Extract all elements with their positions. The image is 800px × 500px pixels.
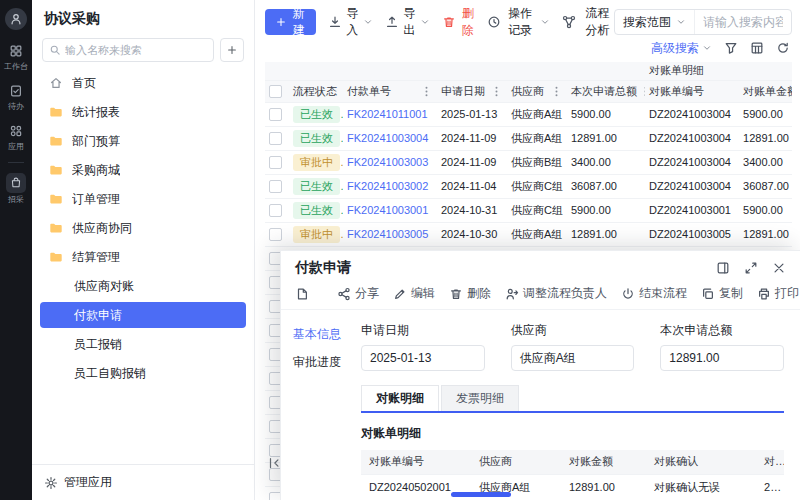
statement-row[interactable]: DZ20240502001供应商A组12891.00对账确认无误2025-01-…: [361, 474, 784, 500]
field-value[interactable]: 2025-01-13: [361, 345, 485, 371]
search-scope-select[interactable]: 搜索范围: [615, 10, 695, 34]
table-row[interactable]: 已生效FK202410030022024-11-04供应商C组36087.00D…: [265, 174, 792, 198]
sidebar-search-input[interactable]: [65, 44, 207, 56]
apps-icon: [7, 122, 25, 140]
action-label: 复制: [719, 285, 743, 302]
adjust-owner-action[interactable]: 调整流程负责人: [505, 285, 607, 302]
tab-invoice-detail[interactable]: 发票明细: [441, 385, 519, 411]
close-icon[interactable]: [772, 261, 786, 275]
payment-no-link[interactable]: FK20241003004: [347, 132, 428, 144]
sidebar-item-home[interactable]: 首页: [40, 70, 246, 96]
import-button[interactable]: 导入: [328, 5, 373, 39]
refresh-icon[interactable]: [776, 41, 790, 55]
sidebar-item-payment-request[interactable]: 付款申请: [40, 302, 246, 328]
table-row[interactable]: 审批中FK202410030052024-10-30供应商A组12891.00D…: [265, 222, 792, 246]
rail-item-sourcing[interactable]: 招采: [0, 173, 32, 500]
table-row[interactable]: 已生效FK202410030042024-11-09供应商A组12891.00D…: [265, 126, 792, 150]
sidebar-item-stats-reports[interactable]: 统计报表: [40, 99, 246, 125]
rail-item-label: 应用: [8, 142, 24, 152]
column-settings-icon[interactable]: [750, 41, 764, 55]
doc-icon[interactable]: [295, 287, 309, 301]
collapse-pager-icon[interactable]: [267, 456, 281, 470]
side-tab-approval-progress[interactable]: 审批进度: [281, 348, 353, 376]
tab-statement-detail[interactable]: 对账明细: [361, 385, 439, 411]
filter-icon[interactable]: [724, 41, 738, 55]
table-row[interactable]: 已生效FK202410030012024-10-31供应商C组5900.00DZ…: [265, 198, 792, 222]
cell: DZ20241003004: [645, 174, 739, 198]
payment-no-link[interactable]: FK20241003002: [347, 180, 428, 192]
sidebar-item-order-mgmt[interactable]: 订单管理: [40, 186, 246, 212]
search-input[interactable]: [695, 15, 791, 29]
rail-item-todo[interactable]: 待办: [7, 82, 25, 112]
column-menu-icon[interactable]: [639, 85, 645, 98]
sidebar-item-label: 首页: [72, 75, 96, 92]
rail-item-apps[interactable]: 应用: [7, 122, 25, 152]
field-value[interactable]: 12891.00: [660, 345, 784, 371]
cell: 供应商A组: [507, 126, 567, 150]
end-flow-action[interactable]: 结束流程: [621, 285, 687, 302]
column-menu-icon[interactable]: [550, 85, 563, 98]
row-checkbox[interactable]: [269, 204, 282, 217]
cell: [265, 102, 289, 126]
row-checkbox[interactable]: [269, 156, 282, 169]
delete-button[interactable]: 删除: [442, 5, 475, 39]
payment-no-link[interactable]: FK20241003005: [347, 228, 428, 240]
print-action[interactable]: 打印: [757, 285, 799, 302]
sidebar-item-supplier-collab[interactable]: 供应商协同: [40, 215, 246, 241]
column-menu-icon[interactable]: [490, 85, 503, 98]
todo-icon: [7, 82, 25, 100]
cell: [265, 126, 289, 150]
select-all-checkbox[interactable]: [269, 85, 282, 98]
sidebar-item-employee-reimburse[interactable]: 员工报销: [40, 331, 246, 357]
cell: 已生效: [289, 174, 343, 198]
user-avatar[interactable]: [5, 8, 27, 30]
table-row[interactable]: 已生效FK202410110012025-01-13供应商A组5900.00DZ…: [265, 102, 792, 126]
add-menu-button[interactable]: [220, 38, 244, 62]
manage-apps-label: 管理应用: [64, 474, 112, 491]
cell: 3400.00: [567, 150, 645, 174]
column-header: 对账单编号: [361, 450, 471, 474]
row-checkbox[interactable]: [269, 180, 282, 193]
sidebar-item-dept-budget[interactable]: 部门预算: [40, 128, 246, 154]
payment-no-link[interactable]: FK20241003001: [347, 204, 428, 216]
advanced-search-link[interactable]: 高级搜索: [651, 40, 712, 57]
cell: 12891.00: [567, 126, 645, 150]
sidebar-item-purchase-mall[interactable]: 采购商城: [40, 157, 246, 183]
export-button[interactable]: 导出: [385, 5, 430, 39]
column-menu-icon[interactable]: [339, 85, 343, 98]
sidebar-search[interactable]: [42, 38, 214, 62]
sidebar-item-supplier-statement[interactable]: 供应商对账: [40, 273, 246, 299]
row-checkbox[interactable]: [269, 132, 282, 145]
table-subbar: 高级搜索: [265, 36, 792, 60]
create-button[interactable]: 新建: [265, 9, 316, 35]
status-badge: 审批中: [293, 154, 340, 171]
sidebar-item-settlement-mgmt[interactable]: 结算管理: [40, 244, 246, 270]
table-row[interactable]: 审批中FK202410030032024-11-09供应商B组3400.00DZ…: [265, 150, 792, 174]
rail-item-workbench[interactable]: 工作台: [4, 42, 28, 72]
horizontal-scrollbar[interactable]: [451, 492, 511, 497]
cell: DZ20241003004: [645, 102, 739, 126]
payment-no-link[interactable]: FK20241003003: [347, 156, 428, 168]
side-tab-basic-info[interactable]: 基本信息: [281, 320, 353, 348]
sidebar-item-label: 统计报表: [72, 104, 120, 121]
home-icon: [48, 75, 64, 91]
row-checkbox[interactable]: [269, 108, 282, 121]
manage-apps-button[interactable]: 管理应用: [32, 464, 254, 500]
sidebar-item-employee-self-reimburse[interactable]: 员工自购报销: [40, 360, 246, 386]
detail-side-tabs: 基本信息审批进度: [281, 310, 353, 500]
share-action[interactable]: 分享: [337, 285, 379, 302]
edit-action[interactable]: 编辑: [393, 285, 435, 302]
payment-no-link[interactable]: FK20241011001: [347, 108, 428, 120]
toolbar: 新建导入导出删除操作记录流程分析 搜索范围: [265, 8, 792, 36]
row-checkbox[interactable]: [269, 228, 282, 241]
flow-analysis-button[interactable]: 流程分析: [562, 5, 614, 39]
expand-icon[interactable]: [744, 261, 758, 275]
column-header: 申请日期: [437, 80, 507, 102]
copy-action[interactable]: 复制: [701, 285, 743, 302]
column-menu-icon[interactable]: [420, 85, 433, 98]
advanced-search-label: 高级搜索: [651, 40, 699, 57]
open-as-page-icon[interactable]: [716, 261, 730, 275]
delete-action[interactable]: 删除: [449, 285, 491, 302]
operation-log-button[interactable]: 操作记录: [487, 5, 550, 39]
field-value[interactable]: 供应商A组: [511, 345, 635, 371]
